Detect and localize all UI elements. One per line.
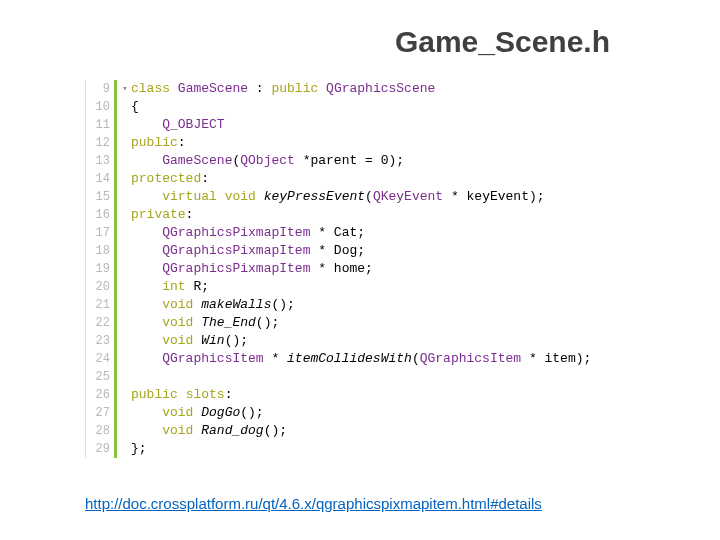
code-line: 13 GameScene(QObject *parent = 0); (86, 152, 646, 170)
code-text: QGraphicsPixmapItem * Dog; (131, 242, 365, 260)
code-line: 9▾class GameScene : public QGraphicsScen… (86, 80, 646, 98)
line-number: 10 (86, 98, 114, 116)
code-text: class GameScene : public QGraphicsScene (131, 80, 435, 98)
code-text: QGraphicsPixmapItem * Cat; (131, 224, 365, 242)
change-bar (114, 314, 117, 332)
code-line: 17 QGraphicsPixmapItem * Cat; (86, 224, 646, 242)
code-line: 22 void The_End(); (86, 314, 646, 332)
line-number: 14 (86, 170, 114, 188)
doc-link[interactable]: http://doc.crossplatform.ru/qt/4.6.x/qgr… (85, 495, 542, 512)
change-bar (114, 98, 117, 116)
line-number: 21 (86, 296, 114, 314)
code-line: 11 Q_OBJECT (86, 116, 646, 134)
line-number: 25 (86, 368, 114, 386)
code-text: void DogGo(); (131, 404, 264, 422)
code-text: QGraphicsPixmapItem * home; (131, 260, 373, 278)
code-text: }; (131, 440, 147, 458)
line-number: 28 (86, 422, 114, 440)
code-text: protected: (131, 170, 209, 188)
code-line: 26public slots: (86, 386, 646, 404)
code-text: public: (131, 134, 186, 152)
code-text: QGraphicsItem * itemCollidesWith(QGraphi… (131, 350, 591, 368)
change-bar (114, 188, 117, 206)
change-bar (114, 152, 117, 170)
line-number: 15 (86, 188, 114, 206)
change-bar (114, 440, 117, 458)
code-line: 24 QGraphicsItem * itemCollidesWith(QGra… (86, 350, 646, 368)
code-line: 14protected: (86, 170, 646, 188)
code-text: Q_OBJECT (131, 116, 225, 134)
code-editor: 9▾class GameScene : public QGraphicsScen… (85, 80, 646, 458)
change-bar (114, 350, 117, 368)
line-number: 27 (86, 404, 114, 422)
code-line: 21 void makeWalls(); (86, 296, 646, 314)
line-number: 22 (86, 314, 114, 332)
line-number: 20 (86, 278, 114, 296)
change-bar (114, 386, 117, 404)
page-title: Game_Scene.h (395, 25, 610, 59)
line-number: 17 (86, 224, 114, 242)
code-text: void Win(); (131, 332, 248, 350)
line-number: 19 (86, 260, 114, 278)
change-bar (114, 134, 117, 152)
code-line: 29}; (86, 440, 646, 458)
change-bar (114, 224, 117, 242)
code-text: void makeWalls(); (131, 296, 295, 314)
change-bar (114, 80, 117, 98)
change-bar (114, 206, 117, 224)
line-number: 26 (86, 386, 114, 404)
code-text: void Rand_dog(); (131, 422, 287, 440)
line-number: 11 (86, 116, 114, 134)
change-bar (114, 296, 117, 314)
code-line: 19 QGraphicsPixmapItem * home; (86, 260, 646, 278)
change-bar (114, 368, 117, 386)
line-number: 18 (86, 242, 114, 260)
code-text: GameScene(QObject *parent = 0); (131, 152, 404, 170)
code-line: 25 (86, 368, 646, 386)
line-number: 12 (86, 134, 114, 152)
change-bar (114, 170, 117, 188)
line-number: 13 (86, 152, 114, 170)
line-number: 24 (86, 350, 114, 368)
change-bar (114, 116, 117, 134)
code-line: 20 int R; (86, 278, 646, 296)
code-line: 16private: (86, 206, 646, 224)
code-text: void The_End(); (131, 314, 279, 332)
code-line: 15 virtual void keyPressEvent(QKeyEvent … (86, 188, 646, 206)
line-number: 9 (86, 80, 114, 98)
change-bar (114, 332, 117, 350)
code-text: { (131, 98, 139, 116)
change-bar (114, 242, 117, 260)
code-text: public slots: (131, 386, 232, 404)
line-number: 29 (86, 440, 114, 458)
code-text: private: (131, 206, 193, 224)
code-line: 12public: (86, 134, 646, 152)
change-bar (114, 404, 117, 422)
change-bar (114, 422, 117, 440)
change-bar (114, 260, 117, 278)
line-number: 23 (86, 332, 114, 350)
code-line: 23 void Win(); (86, 332, 646, 350)
line-number: 16 (86, 206, 114, 224)
code-text: virtual void keyPressEvent(QKeyEvent * k… (131, 188, 545, 206)
code-line: 18 QGraphicsPixmapItem * Dog; (86, 242, 646, 260)
change-bar (114, 278, 117, 296)
code-text: int R; (131, 278, 209, 296)
code-line: 10{ (86, 98, 646, 116)
code-line: 28 void Rand_dog(); (86, 422, 646, 440)
fold-icon[interactable]: ▾ (119, 80, 131, 98)
code-line: 27 void DogGo(); (86, 404, 646, 422)
